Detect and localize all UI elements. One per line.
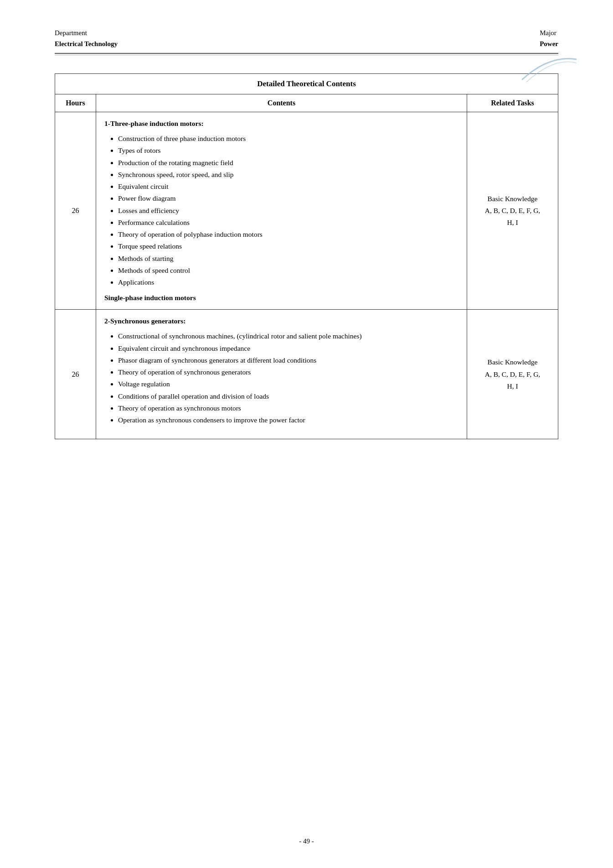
header-right: Major Power — [540, 27, 558, 49]
row2-section-title: 2-Synchronous generators: — [104, 317, 458, 325]
row1-sub-section: Single-phase induction motors — [104, 294, 458, 302]
major-value: Power — [540, 40, 558, 47]
list-item: Synchronous speed, rotor speed, and slip — [118, 169, 458, 180]
table-title: Detailed Theoretical Contents — [55, 74, 558, 94]
row2-related-line1: Basic Knowledge — [488, 358, 538, 366]
main-table: Detailed Theoretical Contents Hours Cont… — [55, 73, 558, 439]
header-left: Department Electrical Technology — [55, 27, 118, 49]
list-item: Losses and efficiency — [118, 205, 458, 216]
col-header-row: Hours Contents Related Tasks — [55, 94, 558, 112]
list-item: Production of the rotating magnetic fiel… — [118, 157, 458, 168]
row1-related-line1: Basic Knowledge — [488, 195, 538, 203]
page-number: - 49 - — [299, 837, 314, 845]
list-item: Constructional of synchronous machines, … — [118, 331, 458, 341]
list-item: Construction of three phase induction mo… — [118, 133, 458, 144]
list-item: Phasor diagram of synchronous generators… — [118, 355, 458, 365]
row1-section-title: 1-Three-phase induction motors: — [104, 120, 458, 128]
row2-related: Basic Knowledge A, B, C, D, E, F, G, H, … — [467, 310, 558, 439]
header-divider-thick — [55, 53, 558, 54]
row2-hours: 26 — [55, 310, 96, 439]
page: Department Electrical Technology Major P… — [0, 0, 613, 868]
col-header-contents: Contents — [96, 94, 467, 112]
table-row: 26 1-Three-phase induction motors: Const… — [55, 112, 558, 310]
list-item: Torque speed relations — [118, 241, 458, 251]
row1-bullet-list: Construction of three phase induction mo… — [104, 133, 458, 287]
row2-related-line3: H, I — [507, 382, 518, 390]
row2-bullet-list: Constructional of synchronous machines, … — [104, 331, 458, 425]
list-item: Equivalent circuit and synchronous imped… — [118, 343, 458, 353]
list-item: Power flow diagram — [118, 193, 458, 203]
list-item: Theory of operation as synchronous motor… — [118, 403, 458, 413]
header-divider-thin — [55, 55, 558, 55]
col-header-related: Related Tasks — [467, 94, 558, 112]
row2-contents: 2-Synchronous generators: Constructional… — [96, 310, 467, 439]
page-header: Department Electrical Technology Major P… — [55, 27, 558, 49]
row1-related: Basic Knowledge A, B, C, D, E, F, G, H, … — [467, 112, 558, 310]
row2-related-line2: A, B, C, D, E, F, G, — [485, 370, 540, 378]
col-header-hours: Hours — [55, 94, 96, 112]
row1-contents: 1-Three-phase induction motors: Construc… — [96, 112, 467, 310]
table-title-row: Detailed Theoretical Contents — [55, 74, 558, 94]
row1-related-text: Basic Knowledge A, B, C, D, E, F, G, H, … — [475, 193, 550, 229]
list-item: Applications — [118, 277, 458, 287]
department-label: Department — [55, 27, 118, 38]
department-value: Electrical Technology — [55, 40, 118, 47]
table-row: 26 2-Synchronous generators: Constructio… — [55, 310, 558, 439]
list-item: Equivalent circuit — [118, 181, 458, 192]
page-footer: - 49 - — [0, 837, 613, 845]
row1-related-line3: H, I — [507, 218, 518, 226]
list-item: Theory of operation of polyphase inducti… — [118, 229, 458, 239]
row2-related-text: Basic Knowledge A, B, C, D, E, F, G, H, … — [475, 356, 550, 392]
row1-related-line2: A, B, C, D, E, F, G, — [485, 207, 540, 214]
corner-decoration — [522, 55, 577, 82]
list-item: Types of rotors — [118, 145, 458, 156]
list-item: Conditions of parallel operation and div… — [118, 391, 458, 401]
major-label: Major — [540, 27, 558, 38]
list-item: Methods of speed control — [118, 265, 458, 275]
list-item: Theory of operation of synchronous gener… — [118, 367, 458, 377]
row1-hours: 26 — [55, 112, 96, 310]
list-item: Methods of starting — [118, 253, 458, 264]
list-item: Performance calculations — [118, 217, 458, 228]
list-item: Operation as synchronous condensers to i… — [118, 415, 458, 425]
list-item: Voltage regulation — [118, 379, 458, 389]
